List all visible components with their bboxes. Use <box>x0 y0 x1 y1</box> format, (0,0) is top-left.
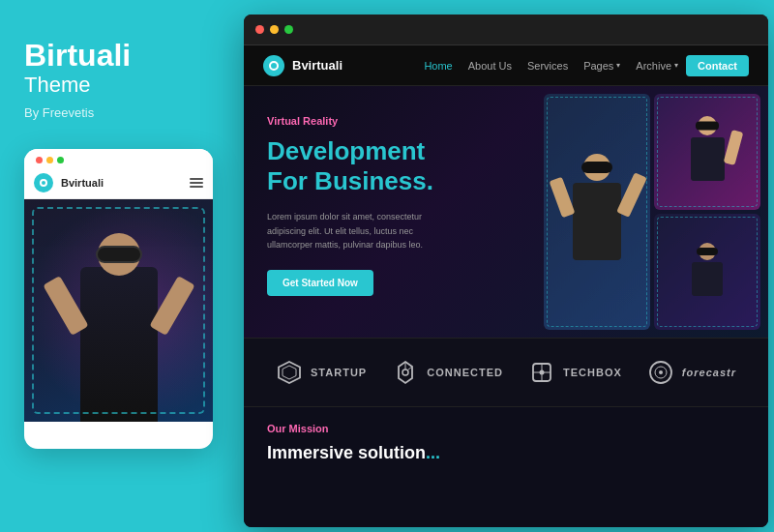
browser-dot-yellow <box>270 25 279 34</box>
mobile-dot-green <box>57 157 64 163</box>
hero-cta-button[interactable]: Get Started Now <box>267 270 373 296</box>
hero-title: Development For Business. <box>267 136 513 196</box>
mission-section: Our Mission Immersive solution... <box>244 407 768 527</box>
nav-links: Home About Us Services Pages ▾ Archive ▾ <box>424 60 678 72</box>
brand-startup-label: STARTUP <box>311 367 367 378</box>
contact-button[interactable]: Contact <box>686 55 749 76</box>
hero-section: Virtual Reality Development For Business… <box>244 86 768 338</box>
brand-forecastr: forecastr <box>647 359 736 386</box>
svg-point-8 <box>540 370 545 375</box>
startup-icon <box>276 359 303 386</box>
mission-title: Immersive solution... <box>267 442 745 464</box>
svg-marker-1 <box>283 366 296 379</box>
techbox-icon <box>528 359 555 386</box>
archive-chevron-icon: ▾ <box>674 61 678 70</box>
logo-icon <box>263 55 284 76</box>
mobile-logo-icon <box>34 173 53 192</box>
browser-top-bar <box>244 15 768 45</box>
brand-forecastr-label: forecastr <box>682 367 736 378</box>
mobile-hero-image <box>24 199 213 422</box>
hero-right <box>536 86 768 338</box>
nav-link-services[interactable]: Services <box>527 60 568 72</box>
left-panel: Birtuali Theme By Freevetis Bvirtuali <box>0 0 240 532</box>
nav-link-archive[interactable]: Archive ▾ <box>636 60 678 72</box>
vr-image-2 <box>544 94 650 330</box>
brand-connected: CONNECTED <box>392 359 503 386</box>
hero-tag: Virtual Reality <box>267 115 513 127</box>
brand-startup: STARTUP <box>276 359 367 386</box>
theme-author: By Freevetis <box>24 105 216 120</box>
browser-dot-red <box>255 25 264 34</box>
vr-collage <box>536 86 768 338</box>
brand-techbox-label: TECHBOX <box>563 367 622 378</box>
nav-link-home[interactable]: Home <box>424 60 452 72</box>
site-logo: Bvirtuali <box>263 55 342 76</box>
pages-chevron-icon: ▾ <box>616 61 620 70</box>
vr-image-3 <box>654 214 760 330</box>
hero-title-accent: . <box>427 166 433 195</box>
mobile-top-bar <box>24 149 213 169</box>
mobile-traffic-lights <box>36 157 64 163</box>
mobile-dot-yellow <box>46 157 53 163</box>
brand-techbox: TECHBOX <box>528 359 622 386</box>
theme-title-bold: Birtuali Theme <box>24 39 216 98</box>
site-logo-text: Bvirtuali <box>292 58 342 73</box>
nav-link-pages[interactable]: Pages ▾ <box>583 60 620 72</box>
hero-description: Lorem ipsum dolor sit amet, consectetur … <box>267 210 461 251</box>
svg-point-11 <box>659 370 663 374</box>
brands-section: STARTUP CONNECTED <box>244 338 768 407</box>
connected-icon <box>392 359 419 386</box>
vr-image-1 <box>654 94 760 210</box>
browser-mockup: Bvirtuali Home About Us Services Pages ▾… <box>244 15 768 527</box>
brand-connected-label: CONNECTED <box>427 367 503 378</box>
mobile-nav: Bvirtuali <box>24 169 213 199</box>
forecastr-icon <box>647 359 674 386</box>
site-nav: Bvirtuali Home About Us Services Pages ▾… <box>244 45 768 86</box>
mobile-hamburger-icon <box>190 178 203 188</box>
mobile-dot-red <box>36 157 43 163</box>
hero-left: Virtual Reality Development For Business… <box>244 86 536 338</box>
browser-dot-green <box>284 25 293 34</box>
dotted-border-mobile <box>32 207 205 414</box>
svg-point-2 <box>402 369 408 375</box>
svg-marker-0 <box>279 362 300 383</box>
mobile-mockup: Bvirtuali <box>24 149 213 449</box>
nav-link-about[interactable]: About Us <box>468 60 512 72</box>
mission-tag: Our Mission <box>267 423 745 434</box>
mobile-brand-name: Bvirtuali <box>61 177 104 189</box>
